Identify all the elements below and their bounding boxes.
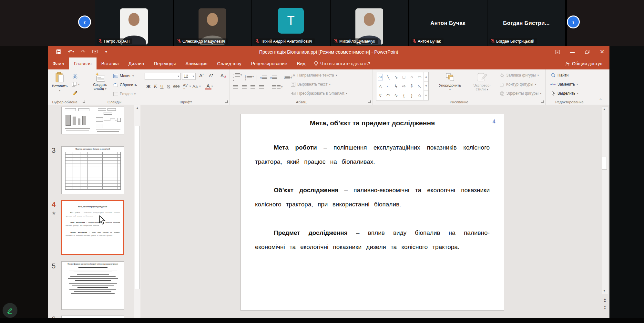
font-name-combo[interactable]: ▾ xyxy=(145,73,181,80)
shapes-scroll-up-icon[interactable]: ▲ xyxy=(424,72,428,82)
align-text-button[interactable]: Выровнять текст▾ xyxy=(291,82,331,87)
tab-slideshow[interactable]: Слайд-шоу xyxy=(212,57,246,69)
slide-thumbnail-2[interactable] xyxy=(61,107,124,134)
scroll-down-icon[interactable]: ▼ xyxy=(601,289,608,292)
participant-tile[interactable]: Т Тихий Андрій Анатолійович xyxy=(252,0,330,46)
italic-button[interactable]: К xyxy=(152,84,159,89)
ribbon-display-options-icon[interactable] xyxy=(550,46,565,57)
cut-icon[interactable] xyxy=(72,73,77,78)
font-color-button[interactable]: А xyxy=(205,83,211,89)
tab-view[interactable]: Вид xyxy=(292,57,310,69)
slide-thumbnail-4-selected[interactable]: Мета, об’єкт та предмет дослідження 4 Ме… xyxy=(61,200,124,255)
tell-me-box[interactable]: Что вы хотите сделать? xyxy=(310,57,374,69)
tab-insert[interactable]: Вставка xyxy=(97,57,124,69)
text-direction-button[interactable]: ↓A Направление текста▾ xyxy=(291,73,337,78)
layout-button[interactable]: Макет▾ xyxy=(113,73,134,78)
select-button[interactable]: Выделить▾ xyxy=(551,91,578,96)
shape-effects-button[interactable]: Эффекты фигуры▾ xyxy=(499,91,542,96)
tab-home[interactable]: Главная xyxy=(69,57,97,69)
shape-right-arrow-icon[interactable]: ⇨ xyxy=(400,82,408,91)
shape-triangle-icon[interactable]: △ xyxy=(376,82,384,91)
scrollbar-track[interactable] xyxy=(602,106,608,294)
shape-scribble-icon[interactable]: ʕ xyxy=(376,91,384,100)
shape-outline-button[interactable]: Контур фигуры▾ xyxy=(499,82,536,87)
tab-animations[interactable]: Анимация xyxy=(181,57,212,69)
next-slide-button[interactable]: ▼▼ xyxy=(602,306,608,310)
shape-oval-icon[interactable]: ○ xyxy=(408,72,415,82)
shape-elbow-arrow-icon[interactable]: ↳ xyxy=(392,82,400,91)
annotate-button[interactable] xyxy=(3,303,17,318)
tab-transitions[interactable]: Переходы xyxy=(149,57,181,69)
shape-line-icon[interactable]: ╲ xyxy=(384,72,392,82)
justify-icon[interactable] xyxy=(259,85,264,89)
scrollbar-thumb[interactable] xyxy=(135,126,140,289)
gallery-prev-button[interactable]: ‹ xyxy=(78,16,91,28)
clear-formatting-button[interactable]: A◢ xyxy=(219,73,228,78)
slide-thumbnail-6[interactable] xyxy=(61,316,124,318)
participant-tile[interactable]: Антон Бучак Антон Бучак xyxy=(409,0,487,46)
participant-tile[interactable]: Михайло Думанчук xyxy=(331,0,408,46)
shape-curve-icon[interactable]: ∿ xyxy=(392,91,400,100)
arrange-button[interactable]: Упорядочить▾ xyxy=(436,73,464,91)
shape-left-brace-icon[interactable]: { xyxy=(400,91,408,100)
participant-tile[interactable]: Олександр Мацулевич xyxy=(174,0,251,46)
strikethrough-button[interactable]: abe xyxy=(172,84,181,89)
slide-scrollbar[interactable]: ▲ ▼ ▲▲ ▼▼ xyxy=(601,105,609,318)
gallery-next-button[interactable]: › xyxy=(567,16,580,28)
decrease-indent-icon[interactable]: « xyxy=(260,76,267,80)
tab-review[interactable]: Рецензирование xyxy=(246,57,292,69)
shape-freeform-icon[interactable]: ◺ xyxy=(416,82,424,91)
shape-star-icon[interactable]: ☆ xyxy=(416,91,424,100)
character-spacing-button[interactable]: AV↔ xyxy=(181,83,189,89)
format-painter-icon[interactable] xyxy=(72,90,77,95)
shape-rounded-rect-icon[interactable]: ▭ xyxy=(416,72,424,82)
shape-right-brace-icon[interactable]: } xyxy=(408,91,415,100)
scroll-up-icon[interactable]: ▲ xyxy=(601,108,608,111)
shape-elbow-icon[interactable]: ⌐ xyxy=(384,82,392,91)
new-slide-button[interactable]: Создатьслайд ▾ xyxy=(90,72,110,90)
scroll-up-icon[interactable]: ▲ xyxy=(135,106,140,111)
close-button[interactable]: ✕ xyxy=(595,46,609,57)
scrollbar-thumb[interactable] xyxy=(602,157,607,170)
shape-rectangle-icon[interactable]: □ xyxy=(400,72,408,82)
align-right-icon[interactable] xyxy=(250,85,255,89)
quick-styles-button[interactable]: Экспресс-стили ▾ xyxy=(467,73,497,91)
thumbnails-scrollbar[interactable]: ▲ xyxy=(134,105,140,318)
columns-icon[interactable]: ▾ xyxy=(272,85,283,89)
current-slide[interactable]: Мета, об’єкт та предмет дослідження 4 Ме… xyxy=(240,114,504,311)
shape-fill-button[interactable]: Заливка фигуры▾ xyxy=(499,73,539,78)
slide-thumbnail-5[interactable]: Основні формули математичної моделі тепл… xyxy=(61,261,124,310)
font-size-combo[interactable]: 12▾ xyxy=(182,73,196,80)
bold-button[interactable]: Ж xyxy=(145,84,152,89)
slide-thumbnail-3[interactable]: Практика застосування біопалив на основі… xyxy=(61,146,124,194)
grow-font-button[interactable]: A▴ xyxy=(198,73,205,78)
slide-body-textbox[interactable]: Мета роботи – поліпшення експлуатаційних… xyxy=(241,141,504,254)
numbering-button[interactable]: 123▾ xyxy=(245,75,254,81)
replace-button[interactable]: abac Заменить▾ xyxy=(551,82,578,87)
previous-slide-button[interactable]: ▲▲ xyxy=(602,298,608,302)
change-case-button[interactable]: Aa xyxy=(191,84,199,89)
reset-button[interactable]: Сбросить xyxy=(113,82,137,88)
shape-down-arrow-icon[interactable]: ⇩ xyxy=(408,82,415,91)
align-left-icon[interactable] xyxy=(233,85,238,89)
paste-button[interactable]: Вставить ▾ xyxy=(51,72,68,92)
restore-button[interactable] xyxy=(580,46,595,57)
slide-title[interactable]: Мета, об’єкт та предмет дослідження xyxy=(241,119,504,127)
copy-icon[interactable]: ▾ xyxy=(72,82,77,87)
shrink-font-button[interactable]: A▾ xyxy=(207,73,215,78)
find-button[interactable]: Найти xyxy=(551,73,568,78)
shape-arrow-icon[interactable]: ↘ xyxy=(392,72,400,82)
section-button[interactable]: Раздел▾ xyxy=(113,91,136,97)
shape-arc-icon[interactable]: ◠ xyxy=(384,91,392,100)
drawing-dialog-launcher[interactable] xyxy=(541,100,544,103)
bullets-button[interactable]: •••▾ xyxy=(233,73,242,82)
tab-design[interactable]: Дизайн xyxy=(124,57,149,69)
font-dialog-launcher[interactable] xyxy=(225,100,228,103)
tab-file[interactable]: Файл xyxy=(48,57,69,69)
change-case-caret[interactable]: ▾ xyxy=(199,85,201,88)
shapes-scroll-down-icon[interactable]: ▼ xyxy=(424,82,428,91)
minimize-button[interactable]: — xyxy=(565,46,580,57)
clipboard-dialog-launcher[interactable] xyxy=(83,100,85,103)
font-color-caret[interactable]: ▾ xyxy=(211,85,213,88)
shape-textbox-icon[interactable]: A≡ xyxy=(378,74,383,80)
